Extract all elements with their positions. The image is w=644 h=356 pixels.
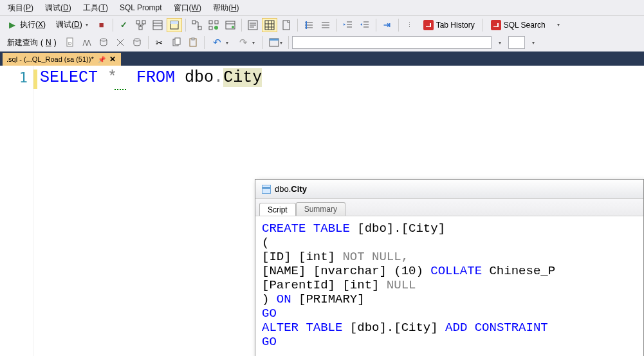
xmla-query-button[interactable] (113, 35, 128, 50)
sql-editor[interactable]: 1 SELECT * FROM dbo.City dbo.City Script… (0, 66, 644, 356)
document-tabstrip: .sql - (...QL_Road (sa (51))* 📌 ✕ (0, 52, 644, 66)
execute-button[interactable]: ▶ 执行(X) (3, 18, 50, 32)
uncomment-icon (320, 20, 331, 30)
uncomment-button[interactable] (318, 18, 333, 32)
start-page-button[interactable]: ▾ (266, 35, 285, 50)
svg-rect-26 (283, 21, 290, 30)
plan2-icon (192, 20, 202, 30)
menu-window[interactable]: 窗口(W) (169, 1, 207, 15)
paste-button[interactable] (185, 35, 201, 50)
play-icon: ▶ (7, 20, 17, 30)
separator (398, 19, 399, 32)
find-combo[interactable] (292, 36, 492, 49)
dmx-icon (98, 37, 109, 48)
outdent-icon (343, 20, 353, 30)
tooltip-script-body[interactable]: CREATE TABLE [dbo].[City] ( [ID] [int] N… (255, 216, 643, 356)
svg-point-45 (134, 39, 140, 41)
stop-button[interactable]: ■ (94, 18, 109, 32)
new-query-button[interactable]: 新建查询(N) (3, 35, 61, 50)
cut-icon: ✂ (154, 37, 165, 48)
separator (483, 19, 483, 32)
results-text-button[interactable] (245, 18, 261, 32)
separator (148, 36, 149, 49)
specify-values-button[interactable]: ⇥ (380, 18, 395, 32)
menu-help[interactable]: 帮助(H) (208, 1, 244, 15)
svg-rect-11 (215, 21, 218, 24)
squiggle-underline (115, 89, 126, 90)
tab-summary[interactable]: Summary (296, 202, 345, 216)
toolbar-main: ▶ 执行(X) 调试(D)▾ ■ ✓ ⇥ ⋮ Tab History SQL S… (0, 15, 644, 33)
client-stats-button[interactable] (223, 18, 238, 32)
indent-button[interactable] (357, 18, 373, 32)
svg-rect-1 (142, 21, 145, 24)
dax-query-button[interactable] (129, 35, 145, 50)
toolbar-overflow-button[interactable]: ▾ (551, 18, 566, 32)
copy-icon (171, 37, 181, 48)
outdent-button[interactable] (340, 18, 356, 32)
file-tab[interactable]: .sql - (...QL_Road (sa (51))* 📌 ✕ (3, 53, 121, 66)
indent-icon (360, 20, 370, 30)
overflow-icon: ⋮ (405, 20, 415, 30)
live-stats-button[interactable] (206, 18, 221, 32)
small-dd[interactable]: ▾ (526, 35, 540, 50)
svg-rect-2 (139, 26, 142, 30)
intellisense-button[interactable] (167, 18, 182, 32)
svg-rect-8 (192, 21, 196, 24)
toolbar-secondary: 新建查询(N) D ✂ ↶▾ ↷▾ ▾ ▾ ▾ (0, 33, 644, 52)
unknown-small-combo[interactable] (508, 36, 525, 49)
svg-point-16 (232, 26, 234, 28)
dax-icon (132, 37, 142, 48)
undo-button[interactable]: ↶▾ (208, 35, 233, 50)
separator (297, 19, 298, 32)
tooltip-tabstrip: Script Summary (255, 199, 643, 216)
menu-project[interactable]: 项目(P) (3, 1, 39, 15)
svg-point-13 (214, 26, 218, 30)
menu-tools[interactable]: 工具(T) (78, 1, 113, 15)
overflow-button[interactable]: ⋮ (402, 18, 418, 32)
dmx-query-button[interactable] (96, 35, 111, 50)
close-icon[interactable]: ✕ (109, 55, 116, 64)
svg-rect-47 (175, 38, 180, 44)
svg-rect-0 (136, 21, 140, 24)
pin-icon[interactable]: 📌 (98, 56, 106, 63)
separator (336, 19, 337, 32)
menu-sqlprompt[interactable]: SQL Prompt (115, 2, 167, 14)
undo-icon: ↶ (212, 37, 223, 48)
svg-point-44 (100, 39, 107, 41)
parse-button[interactable]: ✓ (116, 18, 132, 32)
results-file-icon (281, 20, 291, 30)
svg-rect-51 (270, 39, 279, 41)
copy-button[interactable] (169, 35, 184, 50)
debug-button[interactable]: 调试(D)▾ (51, 18, 93, 32)
estimated-plan-button[interactable] (133, 18, 149, 32)
livestats-icon (208, 20, 219, 30)
table-icon (262, 185, 271, 194)
line-gutter: 1 (0, 66, 33, 356)
xmla-icon (115, 37, 125, 48)
actual-plan-button[interactable] (189, 18, 205, 32)
redo-button[interactable]: ↷▾ (234, 35, 259, 50)
results-grid-button[interactable] (262, 18, 277, 32)
clientstats-icon (225, 20, 235, 30)
svg-rect-3 (153, 21, 162, 30)
window-icon (269, 37, 279, 48)
results-file-button[interactable] (279, 18, 294, 32)
separator (204, 36, 205, 49)
query-options-button[interactable] (150, 18, 165, 32)
plan-icon (136, 20, 146, 30)
separator (113, 19, 113, 32)
tab-script[interactable]: Script (259, 203, 296, 216)
results-grid-icon (264, 20, 275, 30)
sql-search-button[interactable]: SQL Search (486, 18, 550, 32)
menu-debug[interactable]: 调试(D) (40, 1, 77, 15)
menubar: 项目(P) 调试(D) 工具(T) SQL Prompt 窗口(W) 帮助(H) (0, 0, 644, 15)
cut-button[interactable]: ✂ (152, 35, 167, 50)
comment-button[interactable] (301, 18, 317, 32)
de-query-button[interactable]: D (62, 35, 78, 50)
separator (241, 19, 242, 32)
tooltip-title: dbo.City (275, 184, 307, 194)
file-tab-title: .sql - (...QL_Road (sa (51))* (6, 55, 94, 63)
tab-history-button[interactable]: Tab History (419, 18, 479, 32)
mdx-query-button[interactable] (79, 35, 95, 50)
find-dd[interactable]: ▾ (493, 35, 507, 50)
